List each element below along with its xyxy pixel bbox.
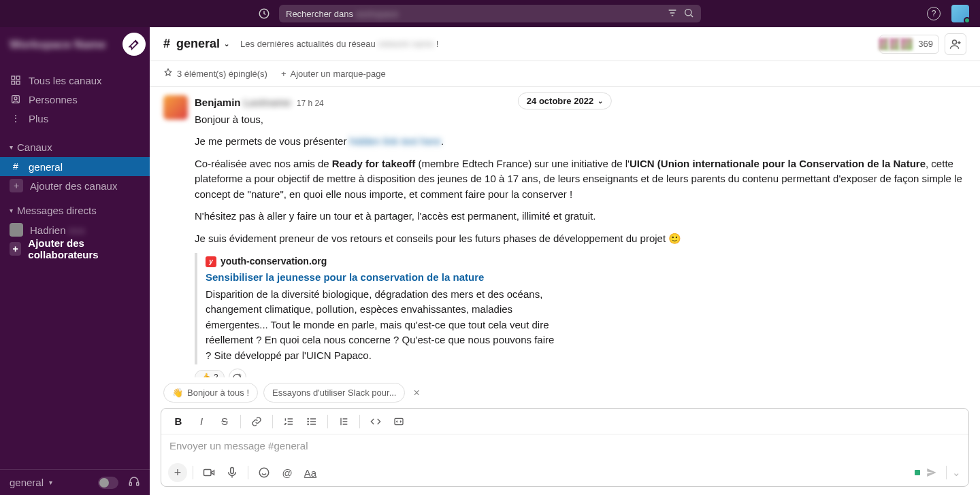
- suggestion-pill[interactable]: Essayons d'utiliser Slack pour...: [263, 383, 405, 403]
- svg-point-7: [14, 97, 17, 100]
- suggestion-pill[interactable]: 👋 Bonjour à tous !: [163, 383, 258, 403]
- message-composer: B I S Envoyer un message #general +: [161, 408, 969, 487]
- suggestions: 👋 Bonjour à tous ! Essayons d'utiliser S…: [150, 377, 980, 405]
- caret-down-icon[interactable]: ▾: [49, 479, 52, 486]
- headphones-icon[interactable]: [128, 475, 140, 490]
- nav-label: Tous les canaux: [29, 75, 102, 86]
- add-channels[interactable]: + Ajouter des canaux: [0, 176, 150, 195]
- more-icon: ⋮: [10, 112, 22, 124]
- svg-point-14: [308, 421, 308, 422]
- svg-point-15: [308, 424, 308, 424]
- draft-indicator: [915, 470, 920, 475]
- svg-rect-8: [129, 483, 131, 486]
- nav-all-channels[interactable]: Tous les canaux: [0, 71, 150, 90]
- link-attachment: y youth-conservation.org Sensibiliser la…: [195, 253, 562, 364]
- bullet-list-button[interactable]: [301, 411, 322, 432]
- emoji-button[interactable]: [254, 462, 274, 483]
- video-button[interactable]: [199, 462, 219, 483]
- add-collaborators[interactable]: + Ajouter des collaborateurs: [0, 239, 150, 258]
- chevron-down-icon: ⌄: [224, 40, 229, 48]
- attach-button[interactable]: +: [168, 463, 187, 482]
- close-suggestions-button[interactable]: ×: [410, 387, 422, 399]
- pin-icon: [163, 68, 173, 80]
- reactions: 👍 2: [195, 369, 966, 377]
- dm-avatar: [10, 223, 23, 237]
- nav-more[interactable]: ⋮ Plus: [0, 109, 150, 128]
- nav-label: Ajouter des collaborateurs: [28, 237, 140, 260]
- svg-rect-18: [231, 468, 234, 474]
- strikethrough-button[interactable]: S: [214, 411, 235, 432]
- message-list: 24 octobre 2022 ⌄ Benjamin Lastname 17 h…: [150, 87, 980, 377]
- message-timestamp[interactable]: 17 h 24: [297, 97, 324, 109]
- hash-icon: #: [163, 37, 170, 51]
- svg-point-1: [685, 9, 691, 15]
- dm-item[interactable]: Hadrien ous: [0, 220, 150, 239]
- member-count-button[interactable]: 369: [879, 35, 939, 54]
- attachment-title[interactable]: Sensibiliser la jeunesse pour la conserv…: [206, 270, 562, 286]
- code-button[interactable]: [365, 411, 386, 432]
- caret-down-icon: ▾: [10, 143, 13, 151]
- compose-button[interactable]: [122, 33, 146, 56]
- add-reaction-button[interactable]: [229, 369, 246, 377]
- author-avatar[interactable]: [163, 95, 188, 120]
- attachment-site: y youth-conservation.org: [206, 254, 562, 269]
- search-icon[interactable]: [683, 7, 694, 20]
- main-content: # general ⌄ Les dernières actualités du …: [150, 27, 980, 495]
- dms-section-header[interactable]: ▾ Messages directs: [0, 201, 150, 220]
- reaction-thumbsup[interactable]: 👍 2: [195, 370, 225, 377]
- avatar-stack: [881, 37, 914, 52]
- mention-button[interactable]: @: [277, 462, 297, 483]
- audio-button[interactable]: [222, 462, 242, 483]
- date-divider-button[interactable]: 24 octobre 2022 ⌄: [518, 92, 612, 109]
- channel-label: general: [29, 161, 63, 173]
- link-button[interactable]: [246, 411, 267, 432]
- pins-bar: 3 élément(s) épinglé(s) + Ajouter un mar…: [150, 61, 980, 87]
- sidebar: Workspace Name Tous les canaux Personnes…: [0, 27, 150, 495]
- add-person-button[interactable]: [945, 33, 966, 55]
- message-text: Bonjour à tous, Je me permets de vous pr…: [195, 112, 966, 247]
- svg-rect-9: [137, 483, 139, 486]
- history-icon[interactable]: [257, 7, 271, 20]
- search-input[interactable]: Rechercher dans workspace: [279, 5, 701, 22]
- send-options-button[interactable]: ⌄: [951, 462, 962, 483]
- nav-people[interactable]: Personnes: [0, 90, 150, 109]
- caret-down-icon: ▾: [10, 207, 13, 214]
- footer-channel[interactable]: general: [10, 477, 44, 488]
- svg-rect-4: [12, 81, 15, 84]
- svg-rect-17: [204, 470, 212, 476]
- ordered-list-button[interactable]: [278, 411, 299, 432]
- presence-indicator: [964, 17, 970, 24]
- svg-point-13: [308, 418, 308, 419]
- svg-point-19: [259, 468, 269, 477]
- help-icon[interactable]: ?: [927, 7, 941, 20]
- topbar: Rechercher dans workspace ?: [0, 0, 980, 27]
- message-input[interactable]: Envoyer un message #general: [161, 434, 968, 459]
- sidebar-footer: general ▾: [0, 469, 150, 495]
- channel-topic[interactable]: Les dernières actualités du réseau netwo…: [240, 39, 438, 49]
- format-toggle-button[interactable]: Aa: [300, 462, 321, 483]
- plus-icon: +: [10, 242, 21, 256]
- hash-icon: #: [10, 160, 22, 173]
- blockquote-button[interactable]: [333, 411, 354, 432]
- codeblock-button[interactable]: [389, 411, 409, 432]
- channel-general[interactable]: # general: [0, 157, 150, 176]
- link[interactable]: hidden link text here: [350, 135, 441, 147]
- nav-label: Personnes: [29, 94, 78, 105]
- favicon: y: [206, 256, 216, 267]
- people-icon: [10, 93, 22, 105]
- composer-actions: + @ Aa ⌄: [161, 459, 968, 486]
- add-bookmark-button[interactable]: + Ajouter un marque-page: [281, 69, 386, 79]
- author-name[interactable]: Benjamin Lastname: [195, 95, 291, 111]
- channel-header: # general ⌄ Les dernières actualités du …: [150, 27, 980, 61]
- huddle-toggle[interactable]: [98, 477, 118, 489]
- pinned-items-button[interactable]: 3 élément(s) épinglé(s): [163, 68, 267, 80]
- bold-button[interactable]: B: [168, 411, 189, 432]
- send-button[interactable]: [921, 462, 942, 483]
- message: Benjamin Lastname 17 h 24 Bonjour à tous…: [150, 92, 980, 377]
- filter-icon[interactable]: [667, 7, 678, 20]
- channel-name-button[interactable]: # general ⌄: [163, 37, 229, 51]
- user-avatar[interactable]: [951, 5, 969, 22]
- italic-button[interactable]: I: [191, 411, 212, 432]
- dm-label: Hadrien: [30, 224, 66, 236]
- channels-section-header[interactable]: ▾ Canaux: [0, 137, 150, 157]
